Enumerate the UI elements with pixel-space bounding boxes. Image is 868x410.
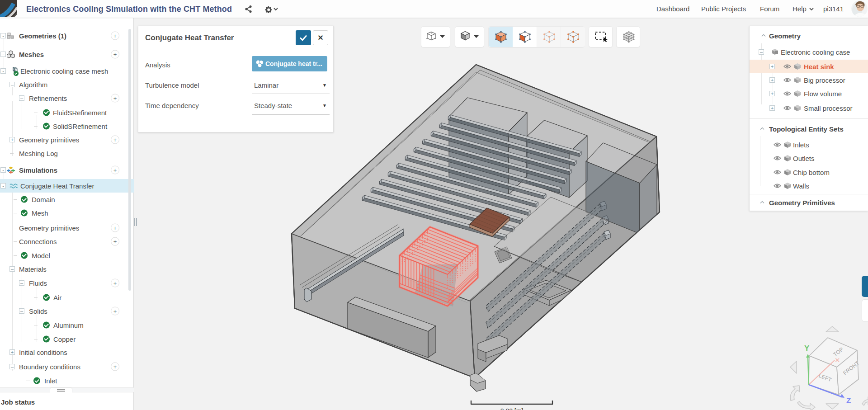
svg-text:Y: Y [804,344,810,353]
svg-text:0.02 [m]: 0.02 [m] [500,407,524,410]
svg-text:Z: Z [846,396,851,405]
